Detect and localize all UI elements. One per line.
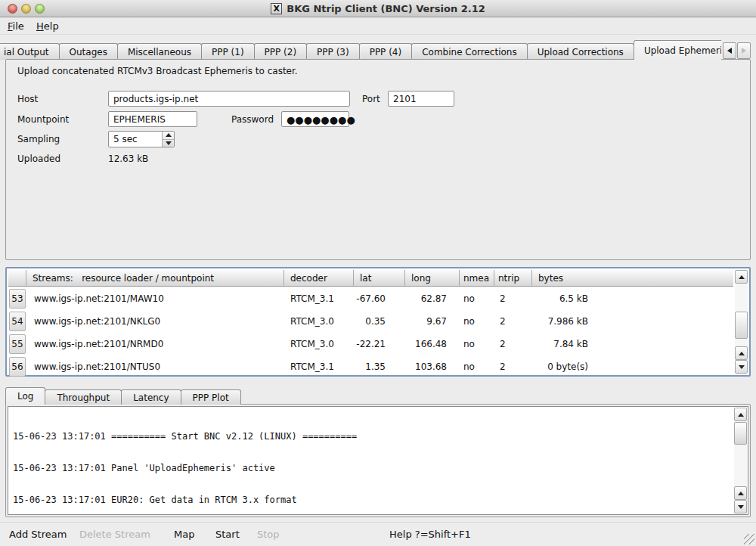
tab-ppp-plot[interactable]: PPP Plot: [181, 389, 241, 405]
cell-bytes: 7.84 kB: [532, 339, 593, 349]
start-button[interactable]: Start: [215, 529, 240, 540]
tab-serial-output[interactable]: ial Output: [0, 43, 60, 60]
scroll-up-icon: [739, 352, 745, 355]
cell-lat: -67.60: [354, 293, 405, 304]
tab-scroll-right-button[interactable]: [737, 42, 751, 59]
table-row[interactable]: 53 www.igs-ip.net:2101/MAW10 RTCM_3.1 -6…: [8, 287, 733, 310]
scroll-up-button-2[interactable]: [735, 346, 748, 360]
scroll-thumb[interactable]: [735, 312, 748, 339]
tab-log[interactable]: Log: [5, 387, 45, 405]
scroll-down-icon: [738, 505, 744, 509]
header-corner-cell[interactable]: [8, 270, 26, 287]
cell-lat: 0.35: [354, 316, 405, 327]
tab-ppp-4[interactable]: PPP (4): [359, 43, 413, 60]
tab-combine-corrections[interactable]: Combine Corrections: [411, 43, 528, 60]
tab-latency[interactable]: Latency: [121, 389, 181, 405]
scroll-up-icon: [738, 492, 744, 495]
cell-mountpoint: www.igs-ip.net:2101/NRMD0: [26, 339, 284, 349]
password-input[interactable]: ●●●●●●●●: [281, 111, 349, 127]
port-label: Port: [362, 94, 380, 104]
add-stream-button[interactable]: Add Stream: [9, 529, 67, 540]
streams-table-header: Streams: resource loader / mountpoint de…: [8, 270, 733, 287]
cell-long: 9.67: [405, 316, 460, 327]
scroll-up-button[interactable]: [735, 270, 748, 284]
x11-icon: X: [271, 3, 282, 14]
header-nmea[interactable]: nmea: [460, 270, 494, 287]
uploaded-label: Uploaded: [17, 154, 60, 164]
header-long[interactable]: long: [405, 270, 460, 287]
tab-ppp-1[interactable]: PPP (1): [201, 43, 255, 60]
tab-scroll-buttons: [723, 42, 751, 59]
tab-label: PPP (3): [317, 47, 349, 57]
map-button[interactable]: Map: [174, 529, 194, 540]
streams-scrollbar[interactable]: [735, 270, 748, 374]
cell-nmea: no: [460, 361, 494, 372]
table-row[interactable]: 56 www.igs-ip.net:2101/NTUS0 RTCM_3.1 1.…: [8, 355, 733, 378]
log-scrollbar[interactable]: [734, 408, 747, 513]
sampling-spinbox[interactable]: 5 sec: [108, 131, 175, 147]
row-header[interactable]: 56: [9, 357, 26, 377]
cell-long: 103.68: [405, 361, 460, 372]
header-lat[interactable]: lat: [354, 270, 405, 287]
row-header[interactable]: 53: [9, 289, 26, 309]
cell-bytes: 0 byte(s): [532, 361, 593, 372]
header-streams[interactable]: Streams: resource loader / mountpoint: [26, 270, 284, 287]
log-line: 15-06-23 13:17:01 EUR20: Get data in RTC…: [13, 495, 730, 505]
tab-ppp-3[interactable]: PPP (3): [306, 43, 360, 60]
port-value: 2101: [393, 94, 417, 104]
menu-help[interactable]: Help: [36, 20, 59, 32]
title-bar[interactable]: X BKG Ntrip Client (BNC) Version 2.12: [0, 0, 756, 17]
panel-description: Upload concatenated RTCMv3 Broadcast Eph…: [17, 66, 298, 76]
host-label: Host: [17, 94, 38, 104]
cell-lat: -22.21: [354, 339, 405, 349]
streams-table: Streams: resource loader / mountpoint de…: [5, 267, 751, 377]
menu-help-mnemonic: H: [36, 20, 44, 32]
scroll-down-button[interactable]: [735, 360, 748, 374]
spin-down-button[interactable]: [163, 139, 174, 147]
window-title: BKG Ntrip Client (BNC) Version 2.12: [287, 3, 485, 14]
scroll-thumb[interactable]: [734, 422, 747, 445]
tab-upload-ephemeris[interactable]: Upload Ephemeris: [634, 40, 721, 60]
tab-label: PPP Plot: [193, 392, 229, 403]
spin-down-icon: [166, 141, 172, 145]
app-window: X BKG Ntrip Client (BNC) Version 2.12 Fi…: [0, 0, 756, 546]
resize-grip-icon[interactable]: [744, 534, 754, 544]
tab-label: Latency: [133, 392, 169, 403]
host-input[interactable]: products.igs-ip.net: [108, 91, 350, 107]
tab-upload-corrections[interactable]: Upload Corrections: [527, 43, 634, 60]
tab-throughput[interactable]: Throughput: [45, 389, 122, 405]
delete-stream-button[interactable]: Delete Stream: [79, 529, 150, 540]
uploaded-value: 12.63 kB: [108, 154, 148, 164]
port-input[interactable]: 2101: [388, 91, 454, 107]
menu-file[interactable]: File: [8, 20, 24, 32]
log-lines: 15-06-23 13:17:01 ========== Start BNC v…: [13, 410, 730, 515]
tab-scroll-left-button[interactable]: [723, 42, 736, 59]
mountpoint-input[interactable]: EPHEMERIS: [108, 111, 197, 127]
tab-label: PPP (4): [370, 47, 402, 57]
tab-ppp-2[interactable]: PPP (2): [254, 43, 308, 60]
cell-nmea: no: [460, 316, 494, 327]
tab-outages[interactable]: Outages: [59, 43, 118, 60]
scroll-down-button[interactable]: [734, 500, 747, 513]
table-row[interactable]: 55 www.igs-ip.net:2101/NRMD0 RTCM_3.0 -2…: [8, 333, 733, 355]
sampling-value: 5 sec: [109, 132, 162, 147]
tab-miscellaneous[interactable]: Miscellaneous: [117, 43, 202, 60]
row-header[interactable]: 54: [9, 312, 26, 331]
spin-up-button[interactable]: [163, 132, 174, 139]
stop-button[interactable]: Stop: [257, 529, 280, 540]
row-header[interactable]: 55: [9, 334, 26, 354]
header-ntrip[interactable]: ntrip: [494, 270, 532, 287]
header-bytes[interactable]: bytes: [532, 270, 733, 287]
cell-long: 62.87: [405, 293, 460, 304]
header-decoder[interactable]: decoder: [284, 270, 354, 287]
scroll-up-button[interactable]: [734, 408, 747, 421]
cell-lat: 1.35: [354, 361, 405, 372]
menu-file-label: ile: [13, 20, 24, 32]
scroll-up-button-2[interactable]: [734, 486, 747, 500]
mountpoint-value: EPHEMERIS: [113, 114, 166, 125]
log-text-area[interactable]: 15-06-23 13:17:01 ========== Start BNC v…: [8, 406, 748, 515]
help-button[interactable]: Help ?=Shift+F1: [389, 529, 471, 540]
table-row[interactable]: 54 www.igs-ip.net:2101/NKLG0 RTCM_3.0 0.…: [8, 310, 733, 333]
tab-label: Miscellaneous: [128, 47, 191, 57]
log-line: 15-06-23 13:17:01 Panel 'UploadEphemeris…: [13, 463, 730, 473]
